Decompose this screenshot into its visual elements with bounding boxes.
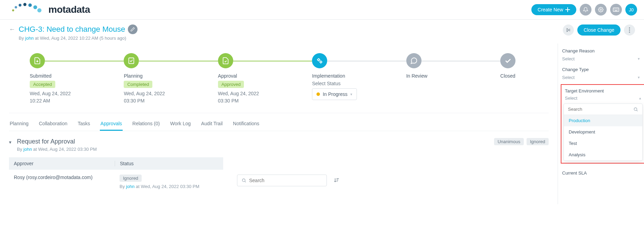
logo-dots-icon xyxy=(7,3,48,17)
svg-point-15 xyxy=(318,59,320,61)
svg-point-13 xyxy=(629,32,630,33)
document-arrow-icon xyxy=(34,57,41,65)
clipboard-check-icon xyxy=(127,57,135,65)
stage-label: Approval xyxy=(218,73,312,79)
stage-implementation: Implementation Select Status In Progress… xyxy=(312,53,406,100)
edit-title-button[interactable] xyxy=(128,24,138,34)
target-env-select[interactable]: Select ▴ xyxy=(565,96,641,101)
row-status-badge: Ignored xyxy=(120,175,142,182)
svg-point-16 xyxy=(320,61,322,63)
tab-notifications[interactable]: Notifications xyxy=(232,117,260,131)
bell-icon-button[interactable] xyxy=(580,4,591,16)
more-actions-button[interactable] xyxy=(624,24,635,36)
user-avatar[interactable]: J0 xyxy=(625,4,637,16)
skip-forward-button[interactable] xyxy=(563,24,574,36)
stage-implementation-icon xyxy=(312,53,327,68)
page-subtitle: By john at Wed, Aug 24, 2022 10:22 AM (5… xyxy=(19,36,138,41)
col-approver: Approver xyxy=(14,161,115,166)
chevron-down-icon: ▾ xyxy=(638,75,640,80)
svg-point-17 xyxy=(242,179,245,181)
search-icon xyxy=(633,107,638,112)
stage-planning: Planning Completed Wed, Aug 24, 2022 03:… xyxy=(124,53,218,105)
row-status-meta: By john at Wed, Aug 24, 2022 03:30 PM xyxy=(120,184,218,189)
check-icon xyxy=(504,57,512,65)
logo: motadata xyxy=(7,3,90,17)
keyboard-icon xyxy=(613,7,619,12)
keyboard-icon-button[interactable] xyxy=(610,4,622,16)
skip-forward-icon xyxy=(566,28,571,32)
table-row: Rosy (rosy.cordeiro@motadata.com) Ignore… xyxy=(9,170,223,194)
chevron-up-icon: ▴ xyxy=(639,96,641,100)
implementation-status-select[interactable]: In Progress ▾ xyxy=(312,88,357,100)
target-env-dropdown: Production Development Test Analysis xyxy=(564,103,643,161)
svg-point-18 xyxy=(634,108,637,110)
approval-search-field[interactable] xyxy=(249,178,322,183)
tab-approvals[interactable]: Approvals xyxy=(100,117,123,131)
document-check-icon xyxy=(222,57,229,65)
sort-button[interactable] xyxy=(331,175,342,186)
change-type-select[interactable]: Select ▾ xyxy=(562,74,640,81)
close-change-button[interactable]: Close Change xyxy=(577,24,621,36)
stage-label: Planning xyxy=(124,73,218,79)
create-new-button[interactable]: Create New xyxy=(531,4,576,15)
stage-status-badge: Approved xyxy=(218,81,244,88)
tab-relations[interactable]: Relations (0) xyxy=(132,117,160,131)
stage-label: In Review xyxy=(406,73,500,79)
field-change-reason: Change Reason Select ▾ xyxy=(562,48,640,62)
collapse-toggle-icon[interactable]: ▾ xyxy=(9,139,11,145)
plus-icon xyxy=(565,7,570,12)
gear-icon xyxy=(598,7,604,12)
stage-label: Submitted xyxy=(30,73,124,79)
tab-work-log[interactable]: Work Log xyxy=(169,117,191,131)
svg-marker-9 xyxy=(567,28,569,31)
created-by-user-link[interactable]: john xyxy=(25,36,34,41)
approval-search-input[interactable] xyxy=(237,175,327,186)
app-header: motadata Create New J0 xyxy=(0,0,644,20)
stage-status-badge: Completed xyxy=(124,81,152,88)
tab-audit-trail[interactable]: Audit Trail xyxy=(200,117,223,131)
change-reason-select[interactable]: Select ▾ xyxy=(562,56,640,62)
more-vertical-icon xyxy=(629,27,630,33)
approvals-title: Request for Approval xyxy=(17,138,97,145)
back-arrow-icon[interactable]: ← xyxy=(9,26,15,33)
dropdown-search-input[interactable] xyxy=(564,104,642,115)
svg-rect-14 xyxy=(129,58,134,64)
stage-date: Wed, Aug 24, 2022 03:30 PM xyxy=(218,90,312,105)
col-status: Status xyxy=(115,161,218,166)
stage-closed: Closed xyxy=(500,53,528,81)
search-icon xyxy=(242,178,246,183)
approver-cell: Rosy (rosy.cordeiro@motadata.com) xyxy=(14,175,115,180)
svg-point-0 xyxy=(12,9,14,11)
stage-timeline: Submitted Accepted Wed, Aug 24, 2022 10:… xyxy=(9,47,549,113)
target-environment-highlight: Target Environment Select ▴ Production D… xyxy=(561,84,644,164)
svg-point-1 xyxy=(15,6,17,9)
stage-date: Wed, Aug 24, 2022 10:22 AM xyxy=(30,90,124,105)
dropdown-option-development[interactable]: Development xyxy=(564,126,642,138)
dropdown-search-field[interactable] xyxy=(568,107,631,112)
gear-icon-button[interactable] xyxy=(595,4,607,16)
title-bar: ← CHG-3: Need to change Mouse By john at… xyxy=(0,20,644,43)
field-change-type: Change Type Select ▾ xyxy=(562,67,640,81)
tab-tasks[interactable]: Tasks xyxy=(77,117,91,131)
svg-point-4 xyxy=(28,3,32,7)
tab-collaboration[interactable]: Collaboration xyxy=(38,117,68,131)
row-status-user-link[interactable]: john xyxy=(126,184,135,189)
dropdown-option-test[interactable]: Test xyxy=(564,138,642,149)
pencil-icon xyxy=(130,27,135,32)
stage-date: Wed, Aug 24, 2022 03:30 PM xyxy=(124,90,218,105)
svg-point-3 xyxy=(23,3,27,6)
tab-planning[interactable]: Planning xyxy=(9,117,29,131)
stage-label: Closed xyxy=(500,73,528,79)
approval-table-header: Approver Status xyxy=(9,157,223,170)
dropdown-option-production[interactable]: Production xyxy=(564,115,642,126)
properties-sidebar: Change Reason Select ▾ Change Type Selec… xyxy=(558,43,644,204)
stage-in-review-icon xyxy=(406,53,422,68)
status-dot-icon xyxy=(316,92,320,96)
dropdown-option-analysis[interactable]: Analysis xyxy=(564,149,642,160)
stage-submitted: Submitted Accepted Wed, Aug 24, 2022 10:… xyxy=(30,53,124,105)
header-actions: Create New J0 xyxy=(531,4,637,16)
svg-point-12 xyxy=(629,30,630,31)
approval-type-badge: Unanimous xyxy=(494,138,524,145)
tab-bar: Planning Collaboration Tasks Approvals R… xyxy=(9,113,549,131)
approvals-by-user-link[interactable]: john xyxy=(23,147,32,152)
